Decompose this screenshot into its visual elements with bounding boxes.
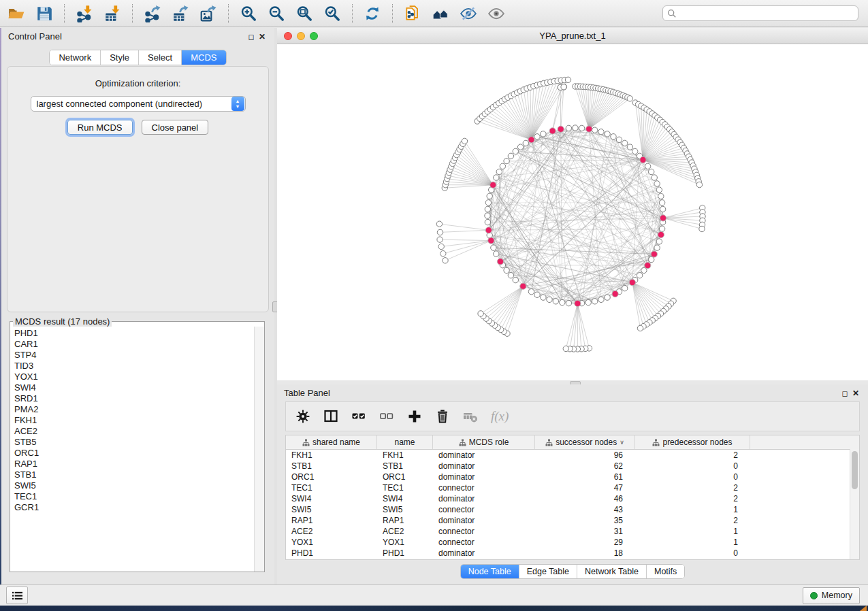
- table-cell[interactable]: 2: [635, 450, 750, 460]
- table-cell[interactable]: RAP1: [286, 516, 377, 525]
- mcds-result-item[interactable]: SRD1: [14, 393, 255, 404]
- export-network-icon[interactable]: [143, 4, 162, 23]
- table-cell[interactable]: connector: [433, 527, 535, 536]
- create-column-icon[interactable]: [407, 409, 422, 424]
- table-cell[interactable]: 1: [635, 527, 750, 536]
- mcds-result-item[interactable]: TID3: [14, 361, 255, 371]
- tab-select[interactable]: Select: [138, 50, 181, 65]
- table-cell[interactable]: RAP1: [377, 516, 433, 525]
- close-panel-button[interactable]: Close panel: [142, 120, 209, 135]
- mcds-result-item[interactable]: RAP1: [14, 459, 255, 469]
- table-cell[interactable]: 31: [535, 527, 635, 536]
- import-network-icon[interactable]: [75, 4, 94, 23]
- table-cell[interactable]: dominator: [433, 494, 535, 503]
- mcds-result-item[interactable]: GCR1: [14, 502, 255, 513]
- table-cell[interactable]: 29: [535, 538, 635, 547]
- mcds-result-item[interactable]: CAR1: [14, 339, 255, 350]
- mcds-result-item[interactable]: TEC1: [14, 491, 255, 502]
- table-cell[interactable]: ACE2: [286, 527, 377, 536]
- mcds-result-item[interactable]: ORC1: [14, 448, 255, 459]
- table-cell[interactable]: 1: [635, 538, 750, 547]
- new-network-from-selection-icon[interactable]: [403, 4, 422, 23]
- table-cell[interactable]: dominator: [433, 516, 535, 525]
- table-cell[interactable]: FKH1: [286, 450, 377, 460]
- table-cell[interactable]: 0: [635, 472, 750, 482]
- select-all-icon[interactable]: [351, 409, 366, 424]
- export-image-icon[interactable]: [199, 4, 218, 23]
- table-cell[interactable]: ACE2: [377, 527, 433, 536]
- table-cell[interactable]: 43: [535, 505, 635, 514]
- tab-style[interactable]: Style: [100, 50, 138, 65]
- table-cell[interactable]: TEC1: [286, 483, 377, 493]
- table-cell[interactable]: 2: [635, 494, 750, 503]
- table-cell[interactable]: PHD1: [377, 548, 433, 558]
- export-table-icon[interactable]: [171, 4, 190, 23]
- save-session-icon[interactable]: [35, 4, 54, 23]
- table-cell[interactable]: ORC1: [286, 472, 377, 482]
- table-cell[interactable]: connector: [433, 505, 535, 514]
- table-cell[interactable]: YOX1: [286, 538, 377, 547]
- zoom-selected-icon[interactable]: [323, 4, 342, 23]
- table-cell[interactable]: STB1: [286, 461, 377, 471]
- table-scrollbar[interactable]: [850, 449, 859, 559]
- mcds-list-scrollbar[interactable]: [254, 327, 264, 572]
- mcds-result-item[interactable]: ACE2: [14, 426, 255, 437]
- table-cell[interactable]: SWI4: [377, 494, 433, 503]
- search-box[interactable]: [662, 5, 858, 21]
- tab-mcds[interactable]: MCDS: [181, 50, 225, 65]
- hide-selection-icon[interactable]: [459, 4, 478, 23]
- column-header-predecessor-nodes[interactable]: predecessor nodes: [635, 435, 750, 449]
- table-cell[interactable]: SWI4: [286, 494, 377, 503]
- table-row[interactable]: FKH1FKH1dominator962: [286, 450, 859, 461]
- table-cell[interactable]: 47: [535, 483, 635, 493]
- table-row[interactable]: ORC1ORC1dominator610: [286, 472, 859, 482]
- tab-node-table[interactable]: Node Table: [461, 565, 519, 578]
- table-cell[interactable]: 96: [535, 450, 635, 460]
- mcds-result-item[interactable]: FKH1: [14, 415, 255, 426]
- close-panel-icon[interactable]: ✕: [257, 32, 268, 42]
- table-cell[interactable]: 0: [635, 548, 750, 558]
- float-table-panel-icon[interactable]: ◻: [839, 389, 850, 398]
- table-cell[interactable]: 2: [635, 516, 750, 525]
- table-cell[interactable]: TEC1: [377, 483, 433, 493]
- table-row[interactable]: SWI5SWI5connector431: [286, 504, 859, 515]
- table-cell[interactable]: YOX1: [377, 538, 433, 547]
- column-header-successor-nodes[interactable]: successor nodes∨: [535, 435, 635, 449]
- table-cell[interactable]: 18: [535, 548, 635, 558]
- tab-network[interactable]: Network: [50, 50, 100, 65]
- table-row[interactable]: PHD1PHD1dominator180: [286, 548, 859, 559]
- first-neighbors-icon[interactable]: [431, 4, 450, 23]
- mcds-result-item[interactable]: YOX1: [14, 371, 255, 382]
- table-cell[interactable]: dominator: [433, 461, 535, 471]
- network-graph[interactable]: [277, 44, 868, 380]
- tab-network-table[interactable]: Network Table: [577, 565, 646, 578]
- mcds-result-item[interactable]: PMA2: [14, 404, 255, 415]
- table-row[interactable]: SWI4SWI4dominator462: [286, 493, 859, 504]
- column-header-MCDS-role[interactable]: MCDS role: [433, 435, 535, 449]
- tab-motifs[interactable]: Motifs: [646, 565, 684, 578]
- float-panel-icon[interactable]: ◻: [246, 32, 257, 42]
- table-row[interactable]: TEC1TEC1connector472: [286, 482, 859, 493]
- mcds-result-item[interactable]: STB1: [14, 469, 255, 480]
- table-cell[interactable]: SWI5: [286, 505, 377, 514]
- close-table-panel-icon[interactable]: ✕: [850, 389, 861, 398]
- open-session-icon[interactable]: [7, 4, 26, 23]
- table-cell[interactable]: 35: [535, 516, 635, 525]
- table-cell[interactable]: PHD1: [286, 548, 377, 558]
- task-history-button[interactable]: [6, 587, 28, 604]
- table-cell[interactable]: STB1: [377, 461, 433, 471]
- deselect-all-icon[interactable]: [379, 409, 394, 424]
- table-cell[interactable]: 62: [535, 461, 635, 471]
- table-cell[interactable]: dominator: [433, 548, 535, 558]
- table-row[interactable]: RAP1RAP1dominator352: [286, 515, 859, 526]
- mcds-result-item[interactable]: PHD1: [14, 328, 255, 339]
- table-cell[interactable]: 2: [635, 483, 750, 493]
- table-options-icon[interactable]: [295, 409, 310, 424]
- table-row[interactable]: STB1STB1dominator620: [286, 461, 859, 472]
- table-cell[interactable]: ORC1: [377, 472, 433, 482]
- show-columns-icon[interactable]: [323, 409, 338, 424]
- run-mcds-button[interactable]: Run MCDS: [67, 120, 133, 135]
- table-scrollbar-thumb[interactable]: [852, 451, 858, 489]
- column-header-name[interactable]: name: [377, 435, 433, 449]
- table-row[interactable]: ACE2ACE2connector311: [286, 526, 859, 537]
